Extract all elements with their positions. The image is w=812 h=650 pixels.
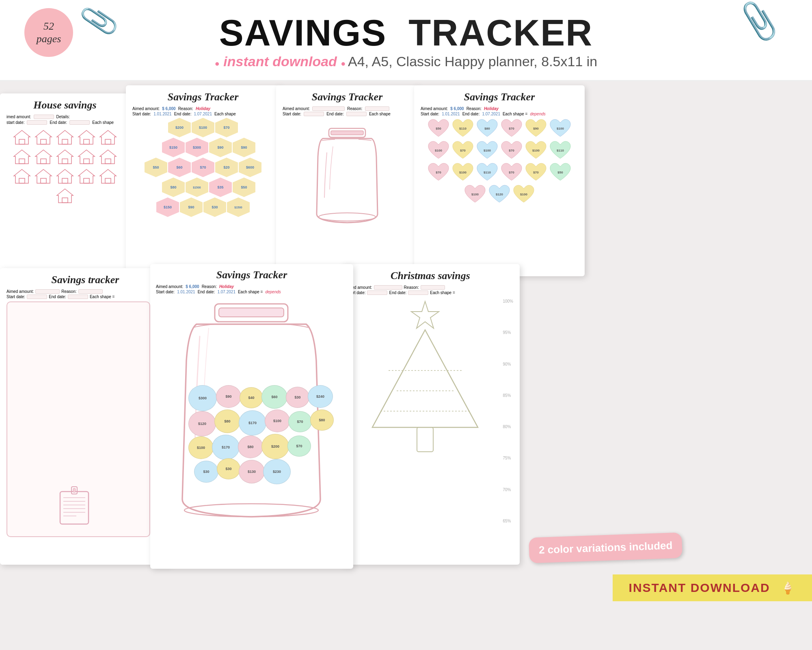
card-house: House savings imed amount: Details: star… <box>0 93 130 272</box>
heart-item: $100 <box>524 140 548 161</box>
pct-70: 70% <box>503 488 513 492</box>
coin: $90 <box>216 385 241 408</box>
end-label: End date: <box>462 112 480 116</box>
start-label: Start date: <box>156 290 175 294</box>
hex-cell: $60 <box>168 158 191 177</box>
heart-value: $50 <box>436 127 441 130</box>
svg-marker-28 <box>100 169 116 183</box>
svg-marker-47 <box>411 301 439 328</box>
sub-line: ● instant download ● A4, A5, Classic Hap… <box>215 54 597 69</box>
reason-value: Holiday <box>484 106 499 111</box>
christmas-tree-svg <box>364 297 486 484</box>
heart-value: $100 <box>459 171 466 174</box>
hex1-aimed-value: $ 6,000 <box>162 106 175 111</box>
heart-item: $100 <box>475 140 499 161</box>
jar-empty-title: Savings Tracker <box>283 91 412 103</box>
coin: $80 <box>310 410 334 431</box>
reason-value <box>365 106 389 111</box>
coin: $30 <box>286 387 309 408</box>
title-tracker: TRACKER <box>408 13 593 53</box>
hex-cell: $80 <box>162 178 185 197</box>
preview-area: House savings imed amount: Details: star… <box>0 81 812 650</box>
coin: $100 <box>265 410 290 432</box>
jar-filled-area: $300 $90 $40 $60 $30 $240 $120 $80 $170 … <box>156 296 348 540</box>
svg-rect-9 <box>105 139 111 144</box>
svg-rect-13 <box>41 159 46 164</box>
pages-number: 52 <box>43 20 54 32</box>
pct-75: 75% <box>503 456 513 460</box>
svg-rect-21 <box>19 178 25 183</box>
card-hearts: Savings Tracker Aimed amount: $ 6,000 Re… <box>414 85 585 276</box>
heart-value: $70 <box>509 127 514 130</box>
hearts-fields1: Aimed amount: $ 6,000 Reason: Holiday <box>421 106 578 111</box>
coin: $200 <box>261 434 289 459</box>
heart-item: $100 <box>451 162 475 183</box>
coin: $170 <box>212 435 240 460</box>
end-label: End date: <box>50 120 67 125</box>
start-value: 1.01.2021 <box>442 112 460 116</box>
house-icon <box>13 148 31 165</box>
heart-item: $70 <box>427 162 450 183</box>
coin: $30 <box>217 458 240 479</box>
heart-item: $110 <box>475 162 499 183</box>
end-value <box>68 295 88 299</box>
bar-chart-area: 100% 95% 90% 85% 80% 75% 70% 65% 60% 55%… <box>6 301 164 537</box>
house-icon <box>78 148 96 165</box>
svg-rect-1 <box>19 139 25 144</box>
svg-rect-15 <box>62 159 68 164</box>
heart-item: $120 <box>488 184 511 205</box>
pages-badge: 52 pages <box>24 8 73 57</box>
svg-marker-0 <box>14 130 30 144</box>
aimed-value <box>35 289 60 294</box>
svg-rect-7 <box>84 139 89 144</box>
svg-marker-8 <box>100 130 116 144</box>
coin: $170 <box>239 410 266 436</box>
house-icon <box>56 187 74 204</box>
coin: $80 <box>238 436 263 458</box>
svg-marker-48 <box>372 330 478 427</box>
christmas-fields2: start date: End date: Each shape = <box>348 290 513 295</box>
heart-value: $100 <box>520 193 527 196</box>
hex-cell: $150 <box>162 138 185 157</box>
card-hex1: Savings Tracker Aimed amount: $ 6,000 Re… <box>126 85 280 272</box>
aimed-label: Aimed amount: <box>283 106 310 111</box>
coin: $230 <box>263 459 291 484</box>
heart-value: $100 <box>484 149 491 152</box>
pct-100: 100% <box>503 299 513 303</box>
jar-empty-fields1: Aimed amount: Reason: <box>283 106 412 111</box>
svg-marker-2 <box>35 130 52 144</box>
hex1-title: Savings Tracker <box>132 91 274 103</box>
bar-fields1: Aimed amount: Reason: <box>6 289 164 294</box>
house-title: House savings <box>6 99 123 111</box>
house-fields: imed amount: Details: <box>6 115 123 119</box>
coin: $130 <box>239 460 265 483</box>
start-value: 1.01.2021 <box>177 290 195 294</box>
heart-item: $90 <box>524 118 548 139</box>
christmas-chart: 100% 95% 90% 85% 80% 75% 70% 65% <box>348 297 513 525</box>
heart-value: $100 <box>435 149 442 152</box>
color-variations-badge: 2 color variations included <box>529 532 682 563</box>
heart-item: $50 <box>549 162 572 183</box>
hex-cell: $30 <box>203 197 226 217</box>
card-bar: Savings tracker Aimed amount: Reason: St… <box>0 268 171 565</box>
title-savings: SAVINGS <box>219 13 387 53</box>
reason-label: Reason: <box>61 289 76 294</box>
christmas-fields1: imed amount: Reason: <box>348 285 513 290</box>
end-label: End date: <box>326 112 344 116</box>
house-icon <box>56 129 74 145</box>
aimed-value: $ 6,000 <box>186 284 199 289</box>
svg-rect-19 <box>105 159 111 164</box>
start-value <box>27 295 47 299</box>
svg-marker-24 <box>57 169 73 183</box>
house-icon <box>78 129 96 145</box>
pct-80: 80% <box>503 425 513 429</box>
each-shape: Each shape = <box>90 295 114 299</box>
reason-label: Reason: <box>202 284 217 289</box>
heart-item: $100 <box>427 140 450 161</box>
house-icon <box>56 148 74 165</box>
hex-cell: $90 <box>209 138 232 157</box>
svg-rect-23 <box>41 178 46 183</box>
hex-cell: $1500 <box>186 178 208 197</box>
coins-area: $300 $90 $40 $60 $30 $240 $120 $80 $170 … <box>188 385 314 527</box>
svg-marker-6 <box>78 130 95 144</box>
